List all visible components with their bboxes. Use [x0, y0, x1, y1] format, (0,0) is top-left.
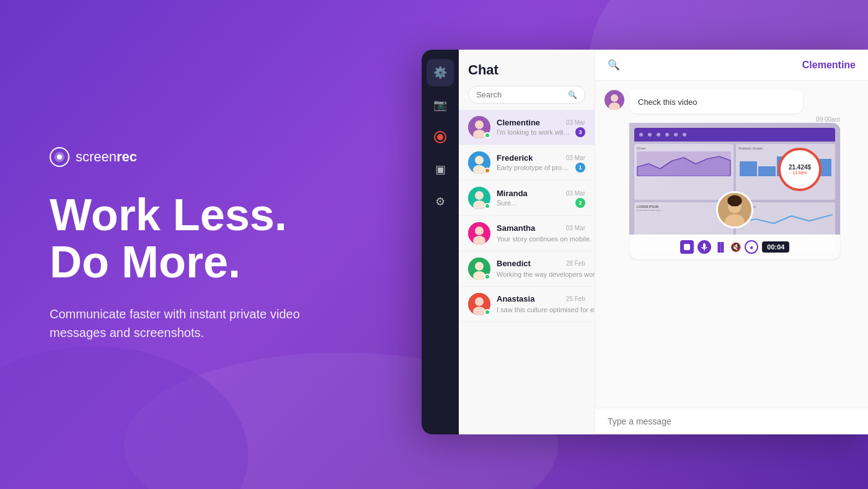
- list-item[interactable]: Anastasia 25 Feb I saw this culture opti…: [459, 287, 595, 322]
- dashboard-big-number: 21.424$ 13.98%: [778, 148, 822, 191]
- record-icon: [434, 131, 446, 143]
- avatar-wrap: [468, 258, 490, 280]
- contact-name: Benedict: [497, 259, 531, 268]
- toolbar-settings[interactable]: ⚙️: [427, 59, 454, 86]
- camera-icon: ●: [750, 244, 753, 251]
- svg-point-9: [475, 156, 484, 164]
- presenter-face: [716, 191, 753, 228]
- logo-icon: [50, 147, 69, 167]
- svg-point-2: [57, 155, 62, 159]
- video-message[interactable]: Chart: [629, 123, 840, 259]
- contact-name: Anastasia: [497, 294, 534, 303]
- toolbar-sidebar: ⚙️ 📷 ▣ ⚙: [422, 50, 459, 434]
- contact-info: Clementine 03 Mar I'm looking to work wi…: [497, 118, 585, 137]
- online-indicator: [484, 168, 490, 174]
- svg-point-30: [727, 195, 742, 207]
- mic-button[interactable]: [698, 240, 711, 254]
- camera-toggle[interactable]: ●: [745, 240, 758, 254]
- logo-text: screenrec: [76, 149, 137, 165]
- nav-dot: [665, 133, 669, 137]
- stop-button[interactable]: [680, 240, 694, 254]
- list-item[interactable]: Clementine 03 Mar I'm looking to work wi…: [459, 110, 595, 145]
- contact-message: Your story continues on mobile.: [497, 235, 591, 243]
- search-bar[interactable]: 🔍: [468, 86, 585, 104]
- avatar-wrap: [468, 293, 490, 315]
- headline-line2: Do More.: [50, 239, 409, 286]
- message-avatar: [604, 90, 624, 110]
- contact-top: Miranda 03 Mar: [497, 189, 585, 198]
- avatar-wrap: [468, 222, 490, 244]
- contact-date: 25 Feb: [566, 295, 585, 302]
- mic-icon: [701, 243, 707, 251]
- svg-point-15: [475, 227, 484, 235]
- svg-point-18: [475, 262, 484, 271]
- nav-dot: [657, 133, 660, 137]
- contact-name: Samantha: [497, 223, 535, 233]
- contact-info: Benedict 28 Feb Working the way develope…: [497, 259, 585, 279]
- message-bubble: Check this video: [629, 90, 803, 114]
- headline: Work Less. Do More.: [50, 192, 409, 285]
- nav-dot: [674, 133, 678, 137]
- list-item[interactable]: Samantha 03 Mar Your story continues on …: [459, 216, 595, 251]
- video-preview: Chart: [629, 123, 840, 259]
- type-message-input[interactable]: [608, 416, 856, 426]
- contact-date: 03 Mar: [566, 119, 585, 126]
- nav-dot: [683, 133, 686, 137]
- contact-message: I'm looking to work with designer that..…: [497, 128, 571, 136]
- message-text: Check this video: [638, 97, 697, 107]
- svg-point-12: [475, 191, 484, 200]
- svg-point-4: [437, 134, 443, 140]
- recording-timer: 00:04: [762, 241, 789, 253]
- recording-controls-bar: ▐▌ 🔇 ● 00:04: [629, 235, 840, 259]
- nav-dot: [639, 133, 643, 137]
- subtext: Communicate faster with instant private …: [50, 305, 310, 342]
- message-received: Check this video 09:00am: [604, 90, 859, 259]
- main-chat-header: 🔍 Clementine: [595, 50, 868, 81]
- toolbar-gear[interactable]: ⚙: [427, 188, 454, 215]
- contact-name: Frederick: [497, 153, 533, 163]
- svg-marker-26: [637, 156, 731, 176]
- contact-name: Miranda: [497, 189, 528, 198]
- unread-badge: 3: [575, 127, 585, 137]
- mute-icon[interactable]: 🔇: [730, 242, 741, 252]
- toolbar-camera[interactable]: 📷: [427, 91, 454, 119]
- contact-info: Samantha 03 Mar Your story continues on …: [497, 223, 585, 244]
- bars-icon[interactable]: ▐▌: [715, 242, 727, 252]
- list-item[interactable]: Miranda 03 Mar Sure... 2: [459, 181, 595, 216]
- avatar-samantha: [468, 222, 490, 244]
- app-mockup: ⚙️ 📷 ▣ ⚙ Chat 🔍: [422, 50, 868, 434]
- toolbar-screen[interactable]: ▣: [427, 156, 454, 183]
- chat-header: Chat 🔍: [459, 50, 595, 110]
- left-section: screenrec Work Less. Do More. Communicat…: [50, 0, 409, 489]
- header-search-icon[interactable]: 🔍: [608, 59, 620, 71]
- chat-messages: Check this video 09:00am: [595, 81, 868, 408]
- type-message-area: [595, 408, 868, 434]
- svg-point-21: [475, 297, 484, 306]
- list-item[interactable]: Frederick 03 Mar Early prototype of prod…: [459, 145, 595, 181]
- message-time: 09:00am: [629, 116, 840, 123]
- avatar: [468, 222, 490, 244]
- contact-list: Clementine 03 Mar I'm looking to work wi…: [459, 110, 595, 434]
- list-item[interactable]: Benedict 28 Feb Working the way develope…: [459, 251, 595, 287]
- headline-line1: Work Less.: [50, 192, 409, 239]
- contact-info: Miranda 03 Mar Sure... 2: [497, 189, 585, 208]
- contact-name: Clementine: [497, 118, 540, 127]
- nav-dot: [648, 133, 652, 137]
- toolbar-record[interactable]: [427, 123, 454, 151]
- avatar-wrap: [468, 151, 490, 174]
- contact-message: Early prototype of product: [497, 164, 571, 171]
- big-number-sub: 13.98%: [792, 171, 807, 175]
- contact-top: Samantha 03 Mar: [497, 223, 585, 233]
- dashboard-topbar: [634, 128, 835, 141]
- contact-top: Frederick 03 Mar: [497, 153, 585, 163]
- svg-rect-33: [703, 243, 706, 248]
- unread-badge: 2: [575, 198, 585, 208]
- search-input[interactable]: [476, 90, 564, 99]
- search-icon: 🔍: [568, 91, 577, 99]
- big-number-value: 21.424$: [789, 164, 811, 171]
- svg-point-31: [731, 204, 733, 207]
- chat-title: Chat: [468, 62, 585, 78]
- chat-panel: Chat 🔍: [459, 50, 595, 434]
- contact-date: 28 Feb: [566, 260, 585, 267]
- contact-message: Sure...: [497, 199, 516, 207]
